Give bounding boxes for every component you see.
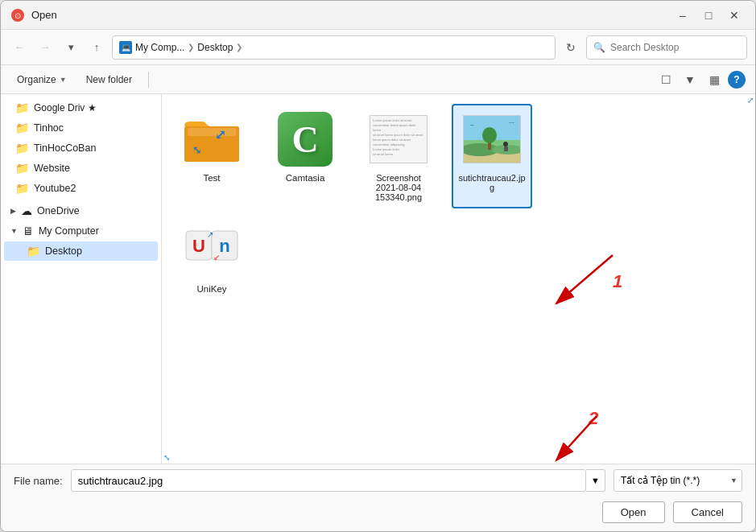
camtasia-label: Camtasia bbox=[286, 173, 325, 183]
filename-input[interactable] bbox=[71, 469, 586, 492]
svg-text:↙: ↙ bbox=[213, 253, 220, 262]
sidebar-item-youtube2[interactable]: 📁 Youtube2 bbox=[4, 179, 158, 198]
expand-arrow-my-computer: ▼ bbox=[10, 227, 18, 235]
annotation-2: 2 bbox=[589, 408, 598, 429]
sidebar-label-my-computer: My Computer bbox=[39, 225, 99, 237]
svg-text:~: ~ bbox=[470, 122, 474, 129]
test-label: Test bbox=[203, 173, 220, 183]
organize-label: Organize bbox=[17, 74, 56, 85]
forward-button[interactable]: → bbox=[35, 37, 56, 58]
svg-text:~~: ~~ bbox=[509, 120, 515, 125]
sidebar-item-tinhoc[interactable]: 📁 Tinhoc bbox=[4, 118, 158, 138]
svg-rect-4 bbox=[188, 128, 236, 136]
bottom-row1: File name: ▼ Tất cả Tệp tin (*.*) JPEG (… bbox=[1, 464, 755, 497]
svg-point-12 bbox=[482, 127, 497, 143]
sidebar-label-google-drive: Google Driv ★ bbox=[34, 102, 97, 113]
folder-icon-tinhoc: 📁 bbox=[15, 122, 29, 134]
columns-view-button[interactable]: ▦ bbox=[704, 69, 725, 90]
sidebar-item-my-computer[interactable]: ▼ 🖥 My Computer bbox=[4, 221, 158, 241]
path-sep2: ❯ bbox=[236, 43, 242, 52]
test-icon-wrap: ⤢ ⤡ bbox=[183, 110, 241, 168]
sidebar-item-website[interactable]: 📁 Website bbox=[4, 159, 158, 178]
filetype-select[interactable]: Tất cả Tệp tin (*.*) JPEG (*.jpg) PNG (*… bbox=[613, 469, 742, 492]
search-box: 🔍 bbox=[586, 35, 747, 60]
close-button[interactable]: ✕ bbox=[723, 6, 746, 24]
file-item-screenshot[interactable]: Lorem ipsum dolor sit amet consectetur l… bbox=[358, 104, 439, 208]
file-item-camtasia[interactable]: C Camtasia bbox=[265, 104, 345, 208]
sidebar-label-onedrive: OneDrive bbox=[37, 205, 80, 217]
address-path[interactable]: 💻 My Comp... ❯ Desktop ❯ bbox=[112, 35, 556, 60]
sidebar-item-google-drive[interactable]: 📁 Google Driv ★ bbox=[4, 98, 158, 118]
search-input[interactable] bbox=[610, 42, 740, 53]
sutich-icon-wrap: ~ ~~ bbox=[463, 110, 521, 168]
svg-text:⤢: ⤢ bbox=[215, 128, 225, 142]
bottom-combined: File name: ▼ Tất cả Tệp tin (*.*) JPEG (… bbox=[1, 464, 755, 531]
filename-dropdown-button[interactable]: ▼ bbox=[586, 469, 605, 492]
bottom-row2-inner: Open Cancel bbox=[1, 497, 755, 531]
sidebar-item-desktop[interactable]: 📁 Desktop bbox=[4, 241, 158, 261]
refresh-button[interactable]: ↻ bbox=[560, 37, 581, 58]
toolbar: Organize ▼ New folder ☐ ▼ ▦ ? bbox=[1, 65, 755, 94]
camtasia-app-icon: C bbox=[278, 112, 333, 167]
red-arrow-2 bbox=[516, 400, 661, 464]
path-mycomp: My Comp... bbox=[135, 42, 184, 53]
folder-icon-desktop: 📁 bbox=[27, 245, 40, 258]
view-toggle-button[interactable]: ☐ bbox=[655, 69, 676, 90]
open-label: Open bbox=[621, 506, 647, 518]
dropdown-arrow-button[interactable]: ▾ bbox=[60, 37, 81, 58]
minimize-button[interactable]: – bbox=[671, 6, 694, 24]
path-desktop: Desktop bbox=[197, 42, 233, 53]
sutich-svg: ~ ~~ bbox=[464, 116, 521, 163]
screenshot-label: Screenshot2021-08-04153340.png bbox=[375, 173, 422, 202]
help-label: ? bbox=[733, 74, 739, 85]
sidebar-label-youtube2: Youtube2 bbox=[34, 183, 76, 194]
sidebar-item-onedrive[interactable]: ▶ ☁ OneDrive bbox=[4, 201, 158, 221]
file-item-unikey[interactable]: U n ↗ ↙ UniKey bbox=[171, 215, 252, 300]
unikey-app-icon: U n ↗ ↙ bbox=[184, 223, 239, 278]
organize-button[interactable]: Organize ▼ bbox=[10, 72, 73, 88]
open-button[interactable]: Open bbox=[602, 501, 665, 523]
back-button[interactable]: ← bbox=[9, 37, 30, 58]
filetype-select-wrap: Tất cả Tệp tin (*.*) JPEG (*.jpg) PNG (*… bbox=[613, 469, 742, 492]
toolbar-separator bbox=[148, 72, 149, 88]
unikey-icon-wrap: U n ↗ ↙ bbox=[183, 221, 241, 279]
dialog-icon: ⊙ bbox=[10, 8, 25, 23]
path-sep1: ❯ bbox=[188, 43, 194, 52]
sidebar-label-tinhoc: Tinhoc bbox=[34, 122, 64, 134]
folder-icon-google-drive: 📁 bbox=[15, 101, 29, 114]
toolbar-right: ☐ ▼ ▦ ? bbox=[655, 69, 746, 90]
folder-icon-tinhocoban: 📁 bbox=[15, 142, 29, 155]
open-dialog: ⊙ Open – □ ✕ ← → ▾ ↑ 💻 My Comp... ❯ Desk… bbox=[0, 0, 756, 532]
maximize-button[interactable]: □ bbox=[697, 6, 720, 24]
file-area: ⤢ ⤡ Test C Camtasia bbox=[162, 94, 755, 464]
camtasia-c-letter: C bbox=[291, 118, 318, 161]
new-folder-button[interactable]: New folder bbox=[80, 72, 138, 88]
file-item-test[interactable]: ⤢ ⤡ Test bbox=[171, 104, 252, 208]
view-chevron-button[interactable]: ▼ bbox=[680, 69, 700, 90]
help-button[interactable]: ? bbox=[728, 71, 746, 89]
test-folder-icon: ⤢ ⤡ bbox=[184, 115, 239, 163]
svg-text:n: n bbox=[219, 236, 229, 256]
file-grid: ⤢ ⤡ Test C Camtasia bbox=[171, 104, 746, 208]
my-computer-icon: 🖥 bbox=[23, 225, 34, 237]
path-folder-icon: 💻 bbox=[119, 41, 132, 54]
folder-icon-youtube2: 📁 bbox=[15, 182, 29, 195]
cancel-label: Cancel bbox=[692, 506, 724, 518]
address-bar: ← → ▾ ↑ 💻 My Comp... ❯ Desktop ❯ ↻ 🔍 bbox=[1, 30, 755, 65]
sidebar-label-tinhocoban: TinHocCoBan bbox=[34, 142, 96, 154]
svg-line-26 bbox=[556, 416, 597, 460]
filename-label: File name: bbox=[14, 475, 63, 487]
filename-input-wrap: ▼ bbox=[71, 469, 605, 492]
sutich-thumb: ~ ~~ bbox=[463, 115, 521, 163]
unikey-svg: U n ↗ ↙ bbox=[184, 223, 239, 278]
search-icon: 🔍 bbox=[593, 42, 605, 53]
file-item-sutich[interactable]: ~ ~~ sutichtraucau2.jpg bbox=[452, 104, 532, 208]
up-button[interactable]: ↑ bbox=[86, 37, 107, 58]
onedrive-icon: ☁ bbox=[21, 204, 32, 217]
sidebar-label-desktop: Desktop bbox=[45, 245, 82, 257]
title-bar: ⊙ Open – □ ✕ bbox=[1, 1, 755, 30]
sidebar-item-tinhocoban[interactable]: 📁 TinHocCoBan bbox=[4, 138, 158, 158]
svg-text:U: U bbox=[192, 236, 205, 256]
cancel-button[interactable]: Cancel bbox=[673, 501, 742, 523]
file-grid-row2: U n ↗ ↙ UniKey bbox=[171, 215, 746, 300]
